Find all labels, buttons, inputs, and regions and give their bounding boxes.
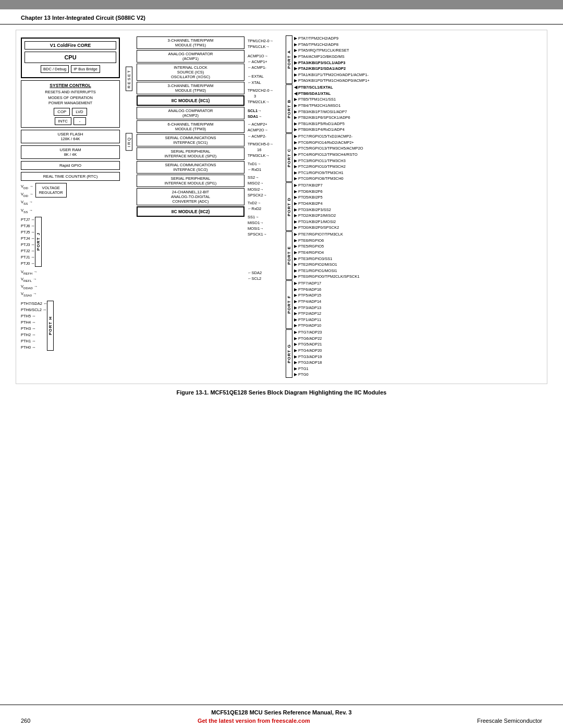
tpm2-module: 3-CHANNEL TIMER/PWM MODULE (TPM2) (137, 82, 244, 94)
ics-signals: ←EXTAL ←XTAL (248, 71, 286, 85)
voltage-reg-title: VOLTAGE (39, 186, 63, 190)
spi1-module: SERIAL PERIPHERAL INTERFACE MODULE (SPI1… (137, 175, 244, 187)
footer-bottom: 260 Get the latest version from freescal… (21, 718, 542, 724)
voltage-reg-sub: REGULATOR (39, 190, 63, 195)
port-d-pins: ▶ PTD7/KBI2P7 ▶ PTD6/KBI2P6 ▶ PTD5/KBI2P… (292, 182, 339, 231)
voltage-lines: VDD → VDD → VSS → VSS → (21, 183, 33, 215)
vref-lines: VREFH → VREFL → VDDAD → VSSA0 → (21, 269, 120, 299)
footer: MCF51QE128 MCU Series Reference Manual, … (0, 705, 563, 728)
sci2-module: SERIAL COMMUNICATIONS INTERFACE (SC/2) (137, 161, 244, 174)
iic1-signals: SCL1→ SDA1→ (248, 107, 286, 120)
port-h-label: PORT H (47, 301, 54, 351)
voltage-regulator-box: VOLTAGE REGULATOR (35, 183, 67, 198)
ram-size: 8K / 4K (23, 152, 118, 157)
port-g-pins: ▶ PTG7/ADP23 ▶ PTG6/ADP22 ▶ PTG5/ADP21 ▶… (292, 329, 322, 378)
port-f-pins: ▶ PTF7/ADP17 ▶ PTF6/ADP16 ▶ PTF5/ADP15 ▶… (292, 280, 321, 329)
tpm3-module: 6-CHANNEL TIMER/PWM MODULE (TPM3) (137, 120, 244, 133)
footer-page: 260 (21, 718, 30, 724)
chapter-title: Chapter 13 Inter-Integrated Circuit (S08… (21, 15, 145, 21)
sci1-module: SERIAL COMMUNICATIONS INTERFACE (SCI1) (137, 134, 244, 146)
port-c-label: PORT C (286, 133, 292, 182)
diagram-container: V1 ColdFire CORE CPU BDC / Debug IP Bus … (16, 30, 547, 384)
reset-label: RESET (126, 67, 132, 91)
sc-line3: POWER MANAGEMENT (23, 101, 117, 106)
port-c-pins: ▶ PTC7/RGPIO15/TxD2/ACMP2- ▶ PTC6/RGPIO1… (292, 133, 363, 182)
adc-module: 24-CHANNEL,12-BIT ANALOG-TO-DIGITAL CONV… (137, 188, 244, 205)
core-title: V1 ColdFire CORE (25, 41, 116, 50)
figure-caption: Figure 13-1. MCF51QE128 Series Block Dia… (16, 389, 547, 396)
system-control-title: SYSTEM CONTROL (23, 83, 117, 88)
port-a-label: PORT A (286, 35, 292, 84)
iic2-signals: ←SDA2 ←SCL2 (248, 239, 286, 282)
system-control-text: RESETS AND INTERRUPTS MODES OF OPERATION… (23, 90, 117, 106)
rtc-box: REAL TIME COUNTER (RTC) (21, 172, 120, 181)
cpu-box: CPU (25, 52, 116, 63)
header: Chapter 13 Inter-Integrated Circuit (S08… (0, 9, 563, 24)
port-f-label: PORT F (286, 280, 292, 329)
cop-box: COP (54, 108, 70, 116)
port-d-label: PORT D (286, 182, 292, 231)
user-flash-label: USER FLASH (23, 132, 118, 137)
top-bar (0, 0, 563, 9)
intc-box: INTC (55, 117, 71, 125)
acmp1-signals: ACMP1O→ ←ACMP1+ ←ACMP1- (248, 51, 286, 71)
sc-line2: MODES OF OPERATION (23, 95, 117, 101)
flash-size: 128K / 64K (23, 137, 118, 141)
port-b-label: PORT B (286, 84, 292, 133)
iic2-module: IIC MODULE (IIC2) (137, 206, 244, 217)
tpm1-module: 3-CHANNEL TIMER/PWM MODULE (TPM1) (137, 36, 244, 49)
iic1-module: IIC MODULE (IIC1) (137, 95, 244, 106)
dash-box: - (74, 117, 87, 125)
footer-link[interactable]: Get the latest version from freescale.co… (198, 718, 310, 724)
main-content: V1 ColdFire CORE CPU BDC / Debug IP Bus … (0, 24, 563, 705)
lvd-box: LVD (72, 108, 87, 116)
user-ram-label: USER RAM (23, 147, 118, 152)
spi1-signals: SS1→ MISO1→ MOSI1→ SPSCK1→ (248, 213, 286, 238)
port-b-pins: ◀ PTB7/SCL1/EXTAL ◀ PTB6/SDA1/XTAL ▶ PTB… (292, 84, 350, 133)
bdc-debug-box: BDC / Debug (41, 65, 69, 73)
page: Chapter 13 Inter-Integrated Circuit (S08… (0, 0, 563, 728)
tpm3-signals: TPM3CH5-0→ 16 TPM3CLK→ (248, 140, 286, 159)
spi2-signals: SS2→ MISO2→ MOSI2→ SPSCK2→ (248, 174, 286, 198)
port-j-pins: PTJ7 ↔ PTJ6 ↔ PTJ5 ↔ PTJ4 ↔ PTJ3 ↔ PTJ2 … (21, 217, 35, 267)
ip-bus-bridge-box: IP Bus Bridge (71, 65, 100, 73)
acmp1-module: ANALOG COMPARATOR (ACMP1) (137, 50, 244, 63)
port-e-pins: ▶ PTE7/RGPIO7/TPM3CLK ▶ PTE6/RGPIO6 ▶ PT… (292, 231, 360, 280)
acmp2-module: ANALOG COMPARATOR (ACMP2) (137, 107, 244, 119)
footer-manual: MCF51QE128 MCU Series Reference Manual, … (211, 709, 351, 715)
port-j-label: PORT J (35, 217, 42, 267)
rapid-gpio-box: Rapid GPIO (21, 161, 120, 170)
port-e-label: PORT E (286, 231, 292, 280)
irq-label: IRQ (126, 133, 132, 151)
footer-brand: Freescale Semiconductor (477, 718, 542, 724)
spi2-module: SERIAL PERIPHERAL INTERFACE MODULE (SPI2… (137, 147, 244, 160)
tpm1-signals: TPM1CH2-0→ TPM1CLK→ (248, 37, 286, 50)
sci1-signals: TxD1→ ←RxD1 (248, 160, 286, 173)
tpm2-signals: TPM2CH2-0→ 3 TPM2CLK→ (248, 87, 286, 105)
port-h-pins-left: PTH7/SDA2 ↔ PTH6/SCL2 ↔ PTH5 ↔ PTH4 ↔ PT… (21, 301, 47, 351)
sc-line1: RESETS AND INTERRUPTS (23, 90, 117, 95)
ics-module: INTERNAL CLOCK SOURCE (ICS) OSCILLATOR (… (137, 64, 244, 81)
acmp2-signals: ←ACMP2+ ACMP2O→ ←ACMP2- (248, 120, 286, 139)
port-a-pins: ▶ PTA7/TPM2CH2/ADP9 ▶ PTA6/TPM1CH2/ADP8 … (292, 35, 370, 84)
sci2-signals: TxD2→ ←RxD2 (248, 199, 286, 212)
port-g-label: PORT G (286, 329, 292, 378)
